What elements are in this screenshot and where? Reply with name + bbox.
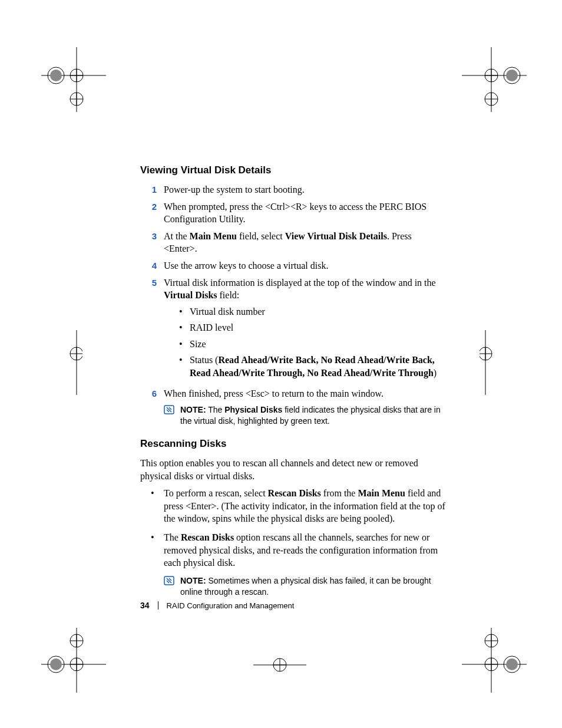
step-number: 1 [140,183,164,196]
register-mark-icon [253,648,306,672]
step-number: 3 [140,230,164,255]
note-text: NOTE: The Physical Disks field indicates… [180,404,447,427]
crop-mark-icon [41,628,106,693]
section-heading: Rescanning Disks [140,437,447,451]
svg-point-12 [504,67,520,84]
footer-separator [158,601,158,610]
bullet-list: To perform a rescan, select Rescan Disks… [147,487,447,597]
page-footer: 34 RAID Configuration and Management [140,600,294,611]
svg-point-4 [70,69,83,82]
paragraph: This option enables you to rescan all ch… [140,457,447,482]
register-mark-icon [480,330,515,395]
svg-point-32 [70,658,83,671]
svg-point-7 [70,93,83,106]
step-text: At the Main Menu field, select View Virt… [164,230,447,255]
list-item: Size [179,338,447,351]
svg-point-42 [485,658,498,671]
note-block: NOTE: Sometimes when a physical disk has… [164,575,447,598]
list-item: To perform a rescan, select Rescan Disks… [147,487,447,525]
page-content: Viewing Virtual Disk Details 1 Power-up … [140,153,447,604]
step-text: When prompted, press the <Ctrl><R> keys … [164,200,447,226]
note-text: NOTE: Sometimes when a physical disk has… [180,575,447,598]
svg-point-14 [485,69,498,82]
sub-list: Virtual disk number RAID level Size Stat… [179,305,447,380]
svg-point-2 [48,67,64,84]
step-text: Power-up the system to start booting. [164,183,447,196]
step-number: 6 [140,387,164,400]
svg-point-49 [273,658,286,671]
svg-point-25 [480,347,492,360]
list-item: The Rescan Disks option rescans all the … [147,531,447,598]
crop-mark-icon [462,47,527,112]
svg-point-3 [50,70,62,81]
svg-point-17 [485,93,498,106]
svg-point-31 [50,658,62,670]
section-heading: Viewing Virtual Disk Details [140,164,447,177]
svg-point-41 [506,658,518,670]
svg-point-35 [70,634,83,647]
list-item: Virtual disk number [179,305,447,318]
crop-mark-icon [41,47,106,112]
footer-title: RAID Configuration and Management [167,601,295,611]
step-text: Use the arrow keys to choose a virtual d… [164,259,447,272]
register-mark-icon [47,330,82,395]
svg-point-21 [70,347,82,360]
step-text: When finished, press <Esc> to return to … [164,387,447,400]
step-number: 2 [140,200,164,226]
page-number: 34 [140,600,150,611]
list-item: 4 Use the arrow keys to choose a virtual… [140,259,447,272]
crop-mark-icon [462,628,527,693]
list-item: Status (Read Ahead/Write Back, No Read A… [179,354,447,379]
ordered-steps: 1 Power-up the system to start booting. … [140,183,447,400]
step-text: Virtual disk information is displayed at… [164,276,447,383]
svg-point-45 [485,634,498,647]
list-item: 2 When prompted, press the <Ctrl><R> key… [140,200,447,226]
list-item: 3 At the Main Menu field, select View Vi… [140,230,447,255]
step-number: 4 [140,259,164,272]
list-item: 1 Power-up the system to start booting. [140,183,447,196]
note-icon [164,575,180,598]
note-icon [164,404,180,427]
note-block: NOTE: The Physical Disks field indicates… [164,404,447,427]
svg-point-30 [48,656,64,673]
list-item: RAID level [179,321,447,334]
svg-point-40 [504,656,520,673]
svg-point-13 [506,70,518,81]
list-item: 6 When finished, press <Esc> to return t… [140,387,447,400]
step-number: 5 [140,276,164,383]
list-item: 5 Virtual disk information is displayed … [140,276,447,383]
